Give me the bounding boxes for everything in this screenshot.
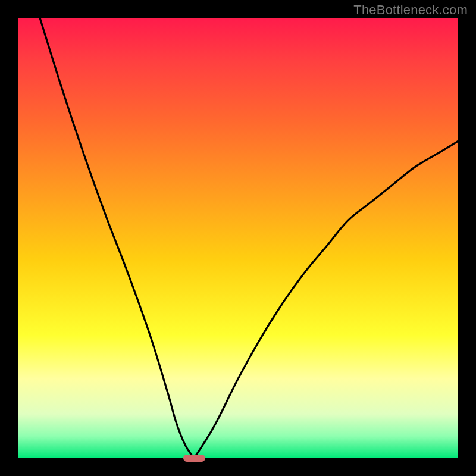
curve-left-branch: [40, 18, 194, 458]
watermark-text: TheBottleneck.com: [353, 2, 468, 18]
chart-frame: TheBottleneck.com: [0, 0, 476, 476]
curve-right-branch: [194, 141, 458, 458]
plot-area: [18, 18, 458, 458]
vertex-marker: [183, 455, 205, 462]
bottleneck-curve: [18, 18, 458, 458]
